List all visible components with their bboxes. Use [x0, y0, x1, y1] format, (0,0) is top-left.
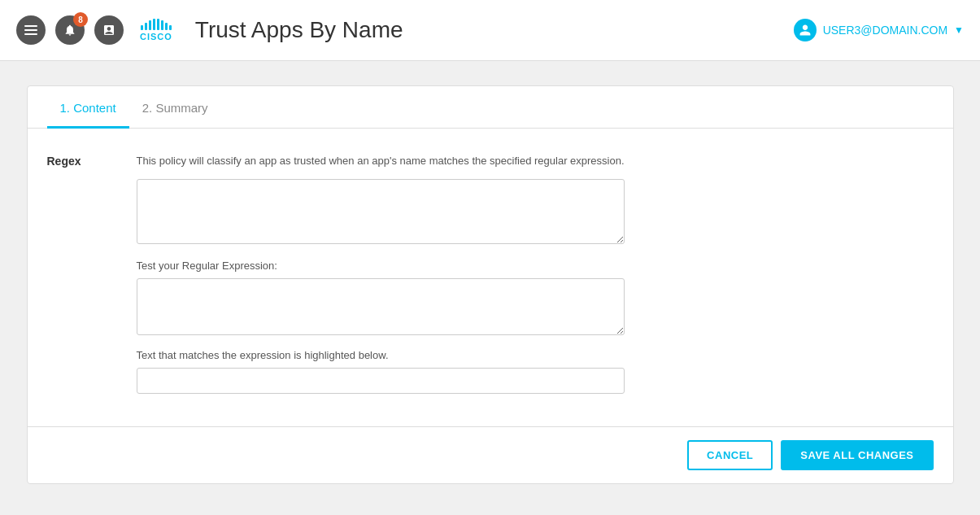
- cisco-logo: CISCO: [140, 19, 172, 41]
- cancel-button[interactable]: CANCEL: [687, 440, 773, 470]
- card-footer: CANCEL SAVE ALL CHANGES: [28, 426, 953, 483]
- svg-rect-2: [24, 33, 37, 35]
- tab-bar: 1. Content 2. Summary: [28, 86, 953, 129]
- highlight-label: Text that matches the expression is high…: [137, 349, 934, 361]
- content-card: 1. Content 2. Summary Regex This policy …: [27, 85, 954, 484]
- test-expression-label: Test your Regular Expression:: [137, 260, 934, 272]
- user-avatar-icon: [794, 19, 817, 41]
- save-button[interactable]: SAVE ALL CHANGES: [781, 440, 933, 470]
- cisco-logo-bars: [141, 19, 172, 30]
- apps-button[interactable]: [94, 15, 124, 45]
- regex-section: Regex This policy will classify an app a…: [47, 153, 934, 394]
- page-title: Trust Apps By Name: [195, 17, 403, 43]
- notification-button[interactable]: 8: [55, 15, 85, 45]
- app-header: 8 CISCO Trust Apps By Name: [0, 0, 980, 61]
- test-expression-input[interactable]: [137, 278, 625, 335]
- svg-rect-1: [24, 29, 37, 31]
- notification-badge: 8: [73, 12, 88, 27]
- card-body: Regex This policy will classify an app a…: [28, 129, 953, 410]
- regex-description: This policy will classify an app as trus…: [137, 153, 934, 169]
- regex-section-label: Regex: [47, 153, 112, 394]
- menu-button[interactable]: [16, 15, 46, 45]
- regex-section-content: This policy will classify an app as trus…: [137, 153, 934, 394]
- highlight-box: [137, 368, 625, 394]
- tab-summary[interactable]: 2. Summary: [129, 86, 221, 129]
- cisco-logo-text: CISCO: [140, 32, 172, 41]
- main-content: 1. Content 2. Summary Regex This policy …: [0, 61, 980, 515]
- user-name: USER3@DOMAIN.COM: [823, 24, 947, 37]
- tab-content[interactable]: 1. Content: [47, 86, 129, 129]
- regex-input[interactable]: [137, 179, 625, 244]
- user-menu[interactable]: USER3@DOMAIN.COM ▼: [794, 19, 964, 41]
- user-menu-chevron-icon: ▼: [954, 24, 964, 36]
- header-left: 8 CISCO Trust Apps By Name: [16, 15, 403, 45]
- svg-rect-0: [24, 25, 37, 27]
